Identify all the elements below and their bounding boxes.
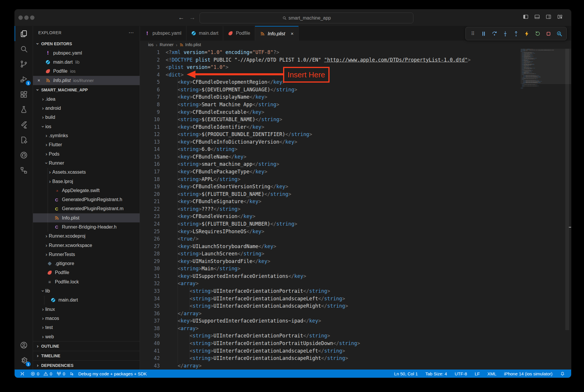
tree-item-Flutter[interactable]: ›Flutter <box>33 140 140 149</box>
debug-config-icon-item[interactable] <box>67 370 76 378</box>
activity-search-button[interactable] <box>15 41 33 56</box>
debug-config[interactable]: Debug my code + packages + SDK <box>76 370 149 378</box>
open-editors-header[interactable]: › OPEN EDITORS <box>33 39 140 48</box>
warnings-count[interactable]: 0 <box>41 370 54 378</box>
breadcrumb-ios[interactable]: ios <box>148 42 154 47</box>
code-line-18[interactable]: 18 <string>APPL</string> <box>140 176 571 183</box>
code-line-19[interactable]: 19 <key>CFBundleShortVersionString</key> <box>140 183 571 191</box>
code-line-36[interactable]: 36 </array> <box>140 310 571 318</box>
customize-layout-button[interactable] <box>557 14 563 20</box>
debug-stop-button[interactable] <box>544 29 553 39</box>
code-line-9[interactable]: 9 <key>CFBundleExecutable</key> <box>140 109 571 116</box>
code-line-38[interactable]: 38 <array> <box>140 325 571 332</box>
code-line-31[interactable]: 31 <key>UISupportedInterfaceOrientations… <box>140 273 571 280</box>
activity-references-button[interactable] <box>15 163 33 178</box>
code-line-8[interactable]: 8 <string>Smart Machine App</string> <box>140 101 571 109</box>
remote-indicator[interactable] <box>16 370 28 378</box>
activity-run-debug-button[interactable]: 1 <box>15 72 33 87</box>
vertical-scrollbar[interactable] <box>565 49 569 330</box>
indentation[interactable]: Tab Size: 4 <box>423 370 449 378</box>
close-window-button[interactable] <box>18 15 23 20</box>
tree-item-Pods[interactable]: ›Pods <box>33 149 140 158</box>
code-line-6[interactable]: 6 <string>$(DEVELOPMENT_LANGUAGE)</strin… <box>140 86 571 94</box>
zoom-window-button[interactable] <box>30 15 34 20</box>
code-line-34[interactable]: 34 <string>UIInterfaceOrientationLandsca… <box>140 295 571 303</box>
tree-item-.symlinks[interactable]: ›.symlinks <box>33 131 140 140</box>
activity-testing-button[interactable] <box>15 102 33 117</box>
tree-item-Runner[interactable]: ›Runner <box>33 158 140 168</box>
tree-item-macos[interactable]: ›macos <box>33 314 140 323</box>
encoding[interactable]: UTF-8 <box>453 370 469 378</box>
tab-Podfile[interactable]: Podfile <box>223 26 255 41</box>
close-icon[interactable]: × <box>291 31 294 37</box>
code-editor[interactable]: 1<?xml version="1.0" encoding="UTF-8"?>2… <box>140 49 571 370</box>
eol[interactable]: LF <box>473 370 482 378</box>
forwarded-ports[interactable]: 0 <box>54 370 67 378</box>
errors-count[interactable]: 0 <box>28 370 41 378</box>
tree-item-linux[interactable]: ›linux <box>33 305 140 314</box>
code-line-14[interactable]: 14 <string>6.0</string> <box>140 146 571 153</box>
debug-step-into-button[interactable] <box>500 29 510 39</box>
code-line-26[interactable]: 26 <true/> <box>140 235 571 243</box>
code-line-21[interactable]: 21 <key>CFBundleSignature</key> <box>140 198 571 205</box>
section-outline[interactable]: ›OUTLINE <box>33 341 140 351</box>
tree-item-GeneratedPluginRegistrant.h[interactable]: CGeneratedPluginRegistrant.h <box>33 195 140 204</box>
layout-sidebar-left-button[interactable] <box>523 14 529 20</box>
code-line-29[interactable]: 29 <key>UIMainStoryboardFile</key> <box>140 258 571 265</box>
code-line-39[interactable]: 39 <string>UIInterfaceOrientationPortrai… <box>140 332 571 340</box>
breadcrumb-Info.plist[interactable]: Info.plist <box>180 42 201 47</box>
activity-accounts-button[interactable] <box>15 337 33 353</box>
language-mode[interactable]: XML <box>485 370 498 378</box>
code-line-13[interactable]: 13 <key>CFBundleInfoDictionaryVersion</k… <box>140 138 571 146</box>
code-line-42[interactable]: 42 <string>UIInterfaceOrientationLandsca… <box>140 355 571 362</box>
tree-item-.gitignore[interactable]: .gitignore <box>33 259 140 268</box>
open-editor-Podfile[interactable]: Podfileios <box>33 67 140 76</box>
project-root-header[interactable]: › SMART_MACHINE_APP <box>33 85 140 95</box>
code-line-40[interactable]: 40 <string>UIInterfaceOrientationPortrai… <box>140 340 571 347</box>
code-line-12[interactable]: 12 <string>$(PRODUCT_BUNDLE_IDENTIFIER)<… <box>140 131 571 138</box>
tree-item-Base.lproj[interactable]: ›Base.lproj <box>33 177 140 186</box>
code-line-3[interactable]: 3<plist version="1.0"> <box>140 64 571 71</box>
code-line-25[interactable]: 25 <key>LSRequiresIPhoneOS</key> <box>140 228 571 236</box>
flutter-device[interactable]: iPhone 14 (ios simulator) <box>502 370 554 378</box>
debug-pause-button[interactable] <box>479 29 488 39</box>
debug-hot-reload-button[interactable] <box>522 29 532 39</box>
navigate-forward-button[interactable]: → <box>189 14 195 21</box>
code-line-5[interactable]: 5 <key>CFBundleDevelopmentRegion</key> <box>140 79 571 86</box>
debug-step-out-button[interactable] <box>511 29 521 39</box>
cursor-position[interactable]: Ln 50, Col 1 <box>392 370 420 378</box>
tree-item-Info.plist[interactable]: Info.plist <box>33 213 140 222</box>
section-timeline[interactable]: ›TIMELINE <box>33 351 140 360</box>
code-line-20[interactable]: 20 <string>$(FLUTTER_BUILD_NAME)</string… <box>140 191 571 198</box>
notifications-bell[interactable] <box>558 370 567 378</box>
code-line-16[interactable]: 16 <string>smart_machine_app</string> <box>140 161 571 168</box>
more-actions-icon[interactable]: ⋯ <box>129 29 134 36</box>
debug-gripper-button[interactable]: ⠿ <box>468 29 478 39</box>
tree-item-android[interactable]: ›android <box>33 104 140 113</box>
activity-settings-button[interactable]: 1 <box>15 353 33 368</box>
close-icon[interactable]: × <box>33 78 45 83</box>
code-line-27[interactable]: 27 <key>UILaunchStoryboardName</key> <box>140 243 571 250</box>
tree-item-RunnerTests[interactable]: ›RunnerTests <box>33 250 140 259</box>
code-line-24[interactable]: 24 <string>$(FLUTTER_BUILD_NUMBER)</stri… <box>140 220 571 228</box>
code-line-33[interactable]: 33 <string>UIInterfaceOrientationPortrai… <box>140 288 571 295</box>
activity-extensions-button[interactable] <box>15 87 33 102</box>
section-dependencies[interactable]: ›DEPENDENCIES <box>33 360 140 370</box>
open-editor-Info.plist[interactable]: ×Info.plistios/Runner <box>33 76 140 85</box>
open-editor-pubspec.yaml[interactable]: !pubspec.yaml <box>33 48 140 58</box>
code-line-17[interactable]: 17 <key>CFBundlePackageType</key> <box>140 168 571 176</box>
minimap[interactable]: <?xml version="1.0" encoding="UTF-8"?><!… <box>521 49 564 370</box>
activity-source-control-button[interactable] <box>15 56 33 72</box>
code-line-35[interactable]: 35 <string>UIInterfaceOrientationLandsca… <box>140 302 571 310</box>
code-line-41[interactable]: 41 <string>UIInterfaceOrientationLandsca… <box>140 347 571 355</box>
tree-item-Assets.xcassets[interactable]: ›Assets.xcassets <box>33 168 140 177</box>
tree-item-Runner.xcodeproj[interactable]: ›Runner.xcodeproj <box>33 232 140 241</box>
open-editor-main.dart[interactable]: main.dartlib <box>33 58 140 67</box>
tree-item-ios[interactable]: ›ios <box>33 122 140 131</box>
tab-pubspec.yaml[interactable]: !pubspec.yaml <box>140 26 186 41</box>
tab-main.dart[interactable]: main.dart <box>186 26 223 41</box>
debug-restart-button[interactable] <box>533 29 543 39</box>
tree-item-test[interactable]: ›test <box>33 323 140 332</box>
navigate-back-button[interactable]: ← <box>178 14 184 21</box>
tree-item-Runner.xcworkspace[interactable]: ›Runner.xcworkspace <box>33 241 140 250</box>
